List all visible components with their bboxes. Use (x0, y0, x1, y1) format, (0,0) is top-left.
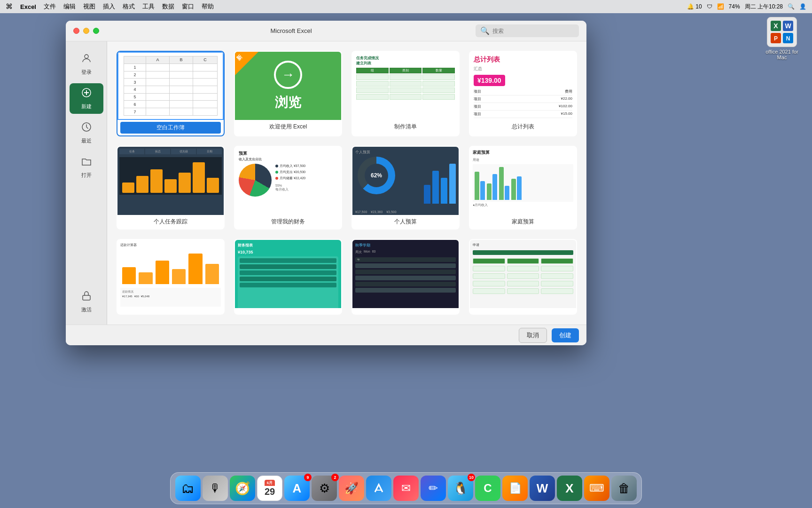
minimize-button[interactable] (83, 28, 89, 34)
sidebar: 登录 新建 最近 (66, 41, 107, 325)
template-formtable-preview: 申请 (470, 240, 576, 308)
dock-item-launchpad[interactable]: 🚀 (339, 476, 364, 501)
sidebar-item-login[interactable]: 登录 (70, 49, 103, 79)
template-darktracker[interactable]: 秋季学期 周次 Mon 60 年 (351, 239, 460, 315)
sidebar-item-new[interactable]: 新建 (70, 83, 103, 114)
template-darktracker-preview: 秋季学期 周次 Mon 60 年 (352, 240, 459, 308)
svg-text:X: X (773, 22, 778, 30)
svg-text:W: W (785, 22, 791, 30)
template-personalbudget-preview: 个人预算 62% (352, 147, 459, 215)
template-grandtotal-preview: 总计列表 汇总 ¥139.00 项目费用 项目¥22.00 项目¥102.00 … (470, 52, 576, 120)
dock-item-numericalkb[interactable]: ⌨ (584, 476, 609, 501)
menubar-format[interactable]: 格式 (123, 2, 135, 11)
template-familybudget-label: 家庭预算 (470, 215, 576, 229)
template-orangechart-preview: 还款计算器 还款情况 (117, 240, 224, 308)
qq-badge: 10 (468, 474, 475, 481)
search-icon[interactable]: 🔍 (788, 3, 795, 10)
sidebar-new-label: 新建 (81, 103, 92, 110)
menubar-window[interactable]: 窗口 (182, 2, 194, 11)
dock: 🗂 🎙 🧭 6月 29 A 9 ⚙ 2 🚀 ✉ ✏ (170, 472, 642, 504)
template-blank-preview: ABC 1 2 3 4 5 6 7 (117, 52, 224, 120)
template-finance-label: 管理我的财务 (235, 215, 341, 229)
template-finance-preview: 预算收入及支出分比 月均收入 ¥37,500 月均支出 ¥20,530 月均储蓄… (235, 147, 341, 215)
template-orangechart-label (117, 308, 224, 314)
open-icon (81, 156, 92, 170)
recent-icon (81, 121, 92, 135)
dock-item-spark[interactable]: ✉ (393, 476, 419, 501)
menubar: ⌘ Excel 文件 编辑 视图 插入 格式 工具 数据 窗口 帮助 🔔 10 … (0, 0, 812, 13)
dock-item-feishu[interactable] (366, 476, 391, 501)
template-makelist-preview: 任务完成情况建立列表 组 类别 数量 (352, 52, 459, 120)
template-personalbudget[interactable]: 个人预算 62% (351, 146, 460, 230)
dock-item-qq[interactable]: 🐧 10 (448, 476, 473, 501)
template-blank[interactable]: ABC 1 2 3 4 5 6 7 (117, 51, 225, 136)
dock-item-appstore[interactable]: A 9 (284, 476, 310, 501)
window-body: 登录 新建 最近 (66, 41, 586, 325)
sidebar-recent-label: 最近 (81, 137, 92, 144)
menubar-tools[interactable]: 工具 (142, 2, 155, 11)
window-title: Microsoft Excel (107, 27, 476, 34)
login-icon (81, 53, 92, 67)
template-orangechart[interactable]: 还款计算器 还款情况 (117, 239, 225, 315)
menubar-view[interactable]: 视图 (83, 2, 95, 11)
template-welcome-preview: 新 → 浏览 (235, 52, 341, 120)
template-grandtotal[interactable]: 总计列表 汇总 ¥139.00 项目费用 项目¥22.00 项目¥102.00 … (469, 51, 577, 136)
sidebar-item-activate[interactable]: 激活 (70, 286, 103, 317)
template-welcome-label: 欢迎使用 Excel (235, 120, 341, 134)
welcome-arrow-icon: → (274, 61, 302, 89)
dock-item-siri[interactable]: 🎙 (203, 476, 228, 501)
desktop-icon-label: office 2021 for Mac (763, 49, 801, 60)
template-darktracker-label (352, 308, 459, 314)
sidebar-item-open[interactable]: 打开 (70, 152, 103, 183)
cancel-button[interactable]: 取消 (519, 328, 547, 343)
dock-item-carbonfin[interactable]: C (475, 476, 500, 501)
search-input[interactable] (492, 28, 574, 34)
dock-item-safari[interactable]: 🧭 (230, 476, 255, 501)
menubar-file[interactable]: 文件 (44, 2, 56, 11)
maximize-button[interactable] (93, 28, 99, 34)
apple-logo-icon[interactable]: ⌘ (6, 2, 13, 11)
create-button[interactable]: 创建 (552, 328, 579, 342)
dock-item-pencil[interactable]: ✏ (421, 476, 446, 501)
template-personaltask-label: 个人任务跟踪 (117, 215, 224, 229)
wifi-icon[interactable]: 📶 (717, 3, 724, 10)
template-finance[interactable]: 预算收入及支出分比 月均收入 ¥37,500 月均支出 ¥20,530 月均储蓄… (234, 146, 342, 230)
dock-item-pages[interactable]: 📄 (502, 476, 528, 501)
template-formtable[interactable]: 申请 (469, 239, 577, 315)
svg-text:P: P (774, 35, 778, 42)
sidebar-item-recent[interactable]: 最近 (70, 118, 103, 148)
window-search[interactable]: 🔍 (476, 24, 579, 37)
dock-item-excel[interactable]: X (557, 476, 582, 501)
menubar-left: ⌘ Excel 文件 编辑 视图 插入 格式 工具 数据 窗口 帮助 (6, 2, 214, 11)
welcome-browse-text: 浏览 (275, 94, 301, 111)
template-welcome[interactable]: 新 → 浏览 欢迎使用 Excel (234, 51, 342, 136)
menubar-data[interactable]: 数据 (162, 2, 174, 11)
menubar-edit[interactable]: 编辑 (63, 2, 76, 11)
template-tealtable[interactable]: 财务报表 ¥10,735 (234, 239, 342, 315)
shield-icon[interactable]: 🛡 (707, 3, 712, 10)
template-formtable-label (470, 308, 576, 314)
svg-text:N: N (786, 35, 790, 42)
template-personaltask[interactable]: 任务 状态 优先级 日期 (117, 146, 225, 230)
template-tealtable-label (235, 308, 341, 314)
menubar-right: 🔔 10 🛡 📶 74% 周二 上午10:28 🔍 👤 (687, 3, 806, 11)
menubar-insert[interactable]: 插入 (103, 2, 115, 11)
settings-badge: 2 (331, 474, 339, 481)
menubar-help[interactable]: 帮助 (202, 2, 214, 11)
dock-item-settings[interactable]: ⚙ 2 (312, 476, 337, 501)
template-makelist[interactable]: 任务完成情况建立列表 组 类别 数量 (351, 51, 460, 136)
dock-item-finder[interactable]: 🗂 (175, 476, 201, 501)
user-icon[interactable]: 👤 (799, 3, 806, 10)
desktop-icon[interactable]: X W P N office 2021 for Mac (763, 17, 801, 60)
template-familybudget[interactable]: 家庭预算 用途 (469, 146, 577, 230)
excel-window: Microsoft Excel 🔍 登录 (66, 21, 586, 345)
sidebar-open-label: 打开 (81, 172, 92, 179)
svg-point-9 (85, 55, 88, 58)
menubar-app-name[interactable]: Excel (20, 3, 36, 10)
dock-item-trash[interactable]: 🗑 (611, 476, 637, 501)
notification-icon[interactable]: 🔔 10 (687, 3, 702, 10)
dock-item-word[interactable]: W (530, 476, 555, 501)
close-button[interactable] (73, 28, 79, 34)
dock-item-calendar[interactable]: 6月 29 (257, 476, 282, 501)
template-makelist-label: 制作清单 (352, 120, 459, 134)
